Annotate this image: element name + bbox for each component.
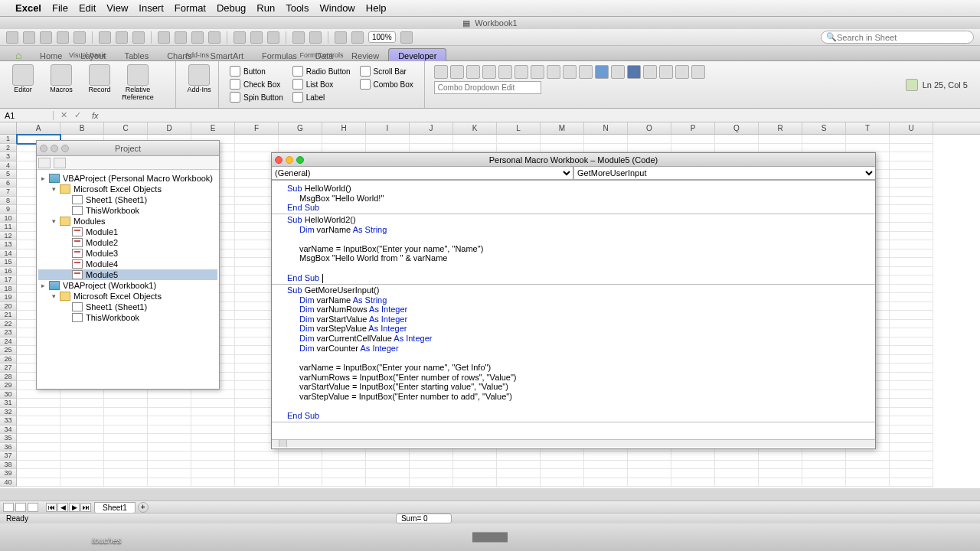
cell[interactable] xyxy=(846,452,890,461)
cell[interactable] xyxy=(191,443,235,452)
cell[interactable] xyxy=(104,443,148,452)
tree-node[interactable]: Sheet1 (Sheet1) xyxy=(38,302,217,312)
cell[interactable] xyxy=(802,478,846,487)
vbe-icon[interactable] xyxy=(434,65,448,79)
vbe-icon[interactable] xyxy=(691,65,705,79)
cell[interactable] xyxy=(890,311,933,320)
cell[interactable] xyxy=(322,461,366,470)
code-line[interactable]: varName = InputBox("Enter your name", "N… xyxy=(287,244,875,254)
row-header[interactable]: 6 xyxy=(0,179,17,188)
cell[interactable] xyxy=(890,205,933,214)
cell[interactable] xyxy=(148,425,191,435)
cell[interactable] xyxy=(453,452,497,461)
cell[interactable] xyxy=(148,443,191,452)
cell[interactable] xyxy=(148,461,191,470)
menu-insert[interactable]: Insert xyxy=(139,2,164,14)
cell[interactable] xyxy=(628,135,671,144)
cell[interactable] xyxy=(60,399,104,408)
cell[interactable] xyxy=(890,187,933,197)
tree-node[interactable]: ThisWorkbook xyxy=(38,312,217,323)
code-line[interactable]: varName = InputBox("Enter your name", "G… xyxy=(287,363,875,373)
disclosure-icon[interactable]: ▾ xyxy=(51,217,57,225)
view-object-icon[interactable] xyxy=(54,158,66,168)
cell[interactable] xyxy=(60,425,104,435)
macros-button[interactable]: Macros xyxy=(43,63,80,103)
code-line[interactable]: Sub GetMoreUserInput() xyxy=(287,285,875,295)
radio-control[interactable]: Radio Button xyxy=(292,66,351,77)
add-sheet-button[interactable]: + xyxy=(138,502,149,513)
row-header[interactable]: 4 xyxy=(0,161,17,171)
cell[interactable] xyxy=(890,161,933,171)
cell[interactable] xyxy=(148,434,191,443)
row-header[interactable]: 27 xyxy=(0,364,17,373)
cell[interactable] xyxy=(584,478,628,487)
cell[interactable] xyxy=(715,452,759,461)
tree-node[interactable]: ▸VBAProject (Workbook1) xyxy=(38,280,217,291)
cut-icon[interactable] xyxy=(498,65,512,79)
cell[interactable] xyxy=(17,469,60,478)
cell[interactable] xyxy=(802,469,846,478)
cell[interactable] xyxy=(60,408,104,417)
menu-debug[interactable]: Debug xyxy=(217,2,246,14)
cell[interactable] xyxy=(60,478,104,487)
cell[interactable] xyxy=(584,461,628,470)
vbe-icon[interactable] xyxy=(659,65,673,79)
cell[interactable] xyxy=(890,302,933,311)
cell[interactable] xyxy=(890,399,933,408)
cell[interactable] xyxy=(846,461,890,470)
cell[interactable] xyxy=(104,416,148,425)
cell[interactable] xyxy=(890,461,933,470)
row-header[interactable]: 21 xyxy=(0,311,17,320)
cell[interactable] xyxy=(541,452,584,461)
cell[interactable] xyxy=(802,144,846,153)
minimize-icon[interactable] xyxy=(286,156,293,164)
code-line[interactable]: End Sub xyxy=(287,203,875,213)
code-titlebar[interactable]: Personal Macro Workbook – Module5 (Code) xyxy=(272,153,875,167)
cell[interactable] xyxy=(715,135,759,144)
first-sheet-icon[interactable]: ⏮ xyxy=(46,503,57,512)
row-header[interactable]: 30 xyxy=(0,390,17,399)
cell[interactable] xyxy=(671,461,715,470)
accept-icon[interactable]: ✓ xyxy=(72,110,83,121)
row-header[interactable]: 13 xyxy=(0,240,17,249)
code-window[interactable]: Personal Macro Workbook – Module5 (Code)… xyxy=(271,152,876,449)
row-header[interactable]: 28 xyxy=(0,373,17,382)
vbe-icon[interactable] xyxy=(466,65,480,79)
cell[interactable] xyxy=(890,443,933,452)
cell[interactable] xyxy=(148,452,191,461)
cell[interactable] xyxy=(191,452,235,461)
cell[interactable] xyxy=(541,469,584,478)
cell[interactable] xyxy=(235,144,279,153)
tree-node[interactable]: ▸VBAProject (Personal Macro Workbook) xyxy=(38,173,217,184)
cell[interactable] xyxy=(366,135,410,144)
tree-node[interactable]: Module2 xyxy=(38,237,217,248)
cell[interactable] xyxy=(235,461,279,470)
cell[interactable] xyxy=(17,478,60,487)
toolbar-icon[interactable] xyxy=(309,31,322,44)
listbox-control[interactable]: List Box xyxy=(292,79,351,90)
col-header[interactable]: P xyxy=(671,122,715,134)
col-header[interactable]: Q xyxy=(715,122,759,134)
cell[interactable] xyxy=(453,461,497,470)
cell[interactable] xyxy=(148,469,191,478)
cell[interactable] xyxy=(17,452,60,461)
row-header[interactable]: 34 xyxy=(0,425,17,435)
cell[interactable] xyxy=(715,144,759,153)
checkbox-control[interactable]: Check Box xyxy=(230,79,283,90)
cell[interactable] xyxy=(497,135,541,144)
col-header[interactable]: G xyxy=(279,122,322,134)
row-header[interactable]: 29 xyxy=(0,381,17,390)
cell[interactable] xyxy=(60,416,104,425)
cell[interactable] xyxy=(191,408,235,417)
zoom-icon[interactable] xyxy=(61,145,69,152)
cell[interactable] xyxy=(60,469,104,478)
vbe-icon[interactable] xyxy=(675,65,689,79)
row-header[interactable]: 3 xyxy=(0,152,17,161)
cell[interactable] xyxy=(890,390,933,399)
toolbar-icon[interactable] xyxy=(6,31,18,44)
tree-node[interactable]: Module5 xyxy=(38,269,217,280)
cell[interactable] xyxy=(104,425,148,435)
cell[interactable] xyxy=(191,434,235,443)
cell[interactable] xyxy=(104,434,148,443)
cell[interactable] xyxy=(17,425,60,435)
